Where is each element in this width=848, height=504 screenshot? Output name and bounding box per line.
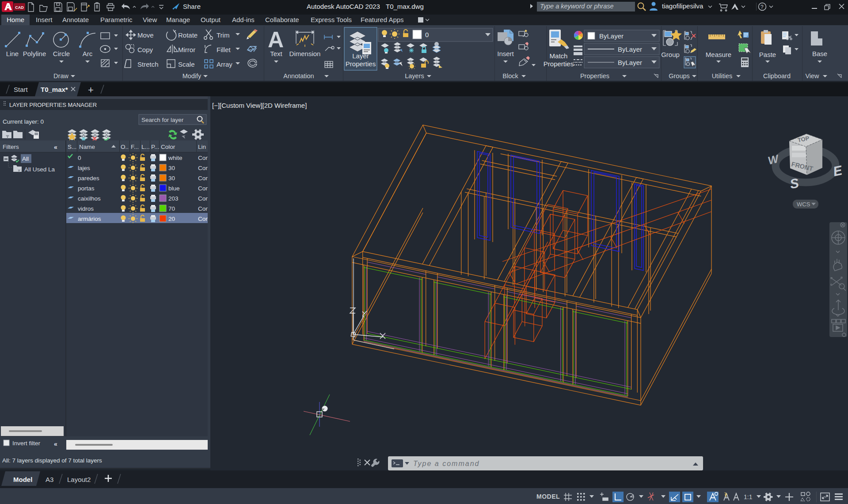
svg-text:All: All (22, 155, 29, 162)
svg-text:Dimension: Dimension (289, 50, 321, 57)
svg-text:Search for layer: Search for layer (141, 117, 184, 123)
svg-text:+: + (88, 84, 94, 95)
svg-text:70: 70 (168, 205, 175, 212)
svg-text:Autodesk AutoCAD 2023: Autodesk AutoCAD 2023 (307, 3, 380, 10)
svg-text:Scale: Scale (178, 61, 195, 68)
svg-text:Lin: Lin (198, 144, 206, 150)
svg-text:20: 20 (168, 216, 175, 222)
svg-text:Circle: Circle (53, 50, 70, 57)
svg-text:CAD: CAD (15, 5, 24, 10)
svg-text:203: 203 (168, 195, 179, 202)
svg-text:Group: Group (661, 51, 680, 58)
svg-text:vidros: vidros (78, 205, 94, 212)
svg-text:Con: Con (198, 216, 209, 222)
svg-text:Text: Text (270, 50, 282, 57)
svg-text:?: ? (761, 4, 764, 10)
svg-text:Color: Color (161, 144, 175, 150)
svg-text:Properties: Properties (544, 60, 574, 68)
svg-text:white: white (168, 155, 183, 161)
svg-text:A: A (268, 27, 284, 52)
svg-text:Start: Start (14, 86, 28, 93)
svg-text:Clipboard: Clipboard (763, 72, 791, 80)
svg-text:Layer: Layer (352, 52, 369, 60)
svg-text:Type a keyword or phrase: Type a keyword or phrase (540, 3, 614, 10)
svg-text:caixilhos: caixilhos (78, 195, 101, 202)
svg-text:ByLayer: ByLayer (599, 32, 624, 40)
svg-text:Utilities: Utilities (712, 72, 733, 80)
svg-text:All Used La: All Used La (24, 166, 55, 173)
svg-text:ByLayer: ByLayer (618, 59, 642, 66)
svg-text:lajes: lajes (78, 165, 90, 171)
svg-text:Model: Model (13, 476, 32, 483)
svg-text:S: S (789, 175, 800, 191)
svg-text:T0_max*: T0_max* (41, 86, 68, 93)
svg-text:LAYER PROPERTIES MANAGER: LAYER PROPERTIES MANAGER (9, 102, 97, 108)
svg-text:30: 30 (168, 175, 175, 182)
svg-text:Groups: Groups (669, 72, 690, 80)
svg-text:O..: O.. (121, 144, 129, 150)
svg-text:«: « (54, 144, 57, 151)
svg-text:Mirror: Mirror (178, 46, 195, 53)
svg-text:Arc: Arc (83, 50, 93, 57)
svg-text:Measure: Measure (706, 51, 731, 58)
svg-text:Layers: Layers (405, 72, 424, 80)
svg-text:30: 30 (168, 165, 175, 171)
svg-text:Name: Name (79, 144, 95, 150)
svg-text:View: View (805, 72, 819, 80)
svg-text:Con: Con (198, 195, 209, 202)
svg-text:Annotation: Annotation (283, 72, 314, 80)
svg-text:Rotate: Rotate (178, 31, 198, 39)
svg-text:Type a command: Type a command (413, 460, 479, 467)
svg-text:«: « (54, 440, 57, 447)
svg-text:MODEL: MODEL (536, 493, 560, 500)
svg-text:Block: Block (502, 72, 518, 80)
svg-text:Array: Array (217, 61, 232, 68)
svg-text:Fillet: Fillet (217, 46, 231, 53)
svg-text:Invert filter: Invert filter (12, 440, 41, 447)
svg-text:Con: Con (198, 185, 209, 192)
svg-text:Polyline: Polyline (23, 50, 46, 57)
svg-text:Layout2: Layout2 (67, 476, 91, 483)
svg-text:Copy: Copy (137, 46, 153, 53)
svg-text:Share: Share (183, 3, 201, 10)
svg-text:Con: Con (198, 205, 209, 212)
svg-text:Insert: Insert (497, 50, 514, 57)
svg-text:F...: F... (131, 144, 139, 150)
svg-text:Con: Con (198, 155, 209, 161)
svg-text:Properties: Properties (346, 60, 376, 68)
svg-text:Current layer: 0: Current layer: 0 (3, 118, 44, 125)
svg-text:Base: Base (812, 50, 827, 57)
svg-text:Trim: Trim (217, 31, 229, 39)
svg-text:ByLayer: ByLayer (618, 45, 642, 53)
svg-text:Properties: Properties (580, 72, 609, 80)
svg-text:P...: P... (151, 144, 160, 150)
svg-text:blue: blue (168, 185, 180, 192)
svg-text:Con: Con (198, 165, 209, 171)
svg-text:All: 7 layers displayed of 7 t: All: 7 layers displayed of 7 total layer… (2, 457, 102, 464)
svg-text:T0_max.dwg: T0_max.dwg (386, 3, 424, 10)
svg-text:armários: armários (78, 216, 101, 222)
svg-text:L...: L... (141, 144, 150, 150)
svg-text:paredes: paredes (78, 175, 99, 182)
svg-text:A3: A3 (46, 476, 53, 483)
svg-text:S...: S... (68, 144, 76, 150)
svg-text:0: 0 (425, 31, 429, 38)
svg-text:1:1: 1:1 (744, 493, 753, 500)
svg-text:Line: Line (6, 50, 19, 57)
svg-text:[−][Custom View][2D Wireframe]: [−][Custom View][2D Wireframe] (212, 102, 307, 109)
svg-text:Con: Con (198, 175, 209, 182)
svg-text:Filters: Filters (3, 144, 19, 150)
svg-text:tiagofilipesilva: tiagofilipesilva (662, 2, 703, 10)
svg-text:portas: portas (78, 185, 95, 192)
svg-text:Paste: Paste (759, 51, 776, 58)
svg-text:Stretch: Stretch (137, 61, 159, 68)
svg-text:0: 0 (78, 155, 81, 161)
svg-text:WCS: WCS (797, 201, 810, 208)
svg-text:Move: Move (137, 31, 154, 39)
svg-text:Match: Match (550, 52, 568, 60)
svg-text:Draw: Draw (53, 72, 68, 80)
svg-text:Modify: Modify (183, 72, 202, 80)
